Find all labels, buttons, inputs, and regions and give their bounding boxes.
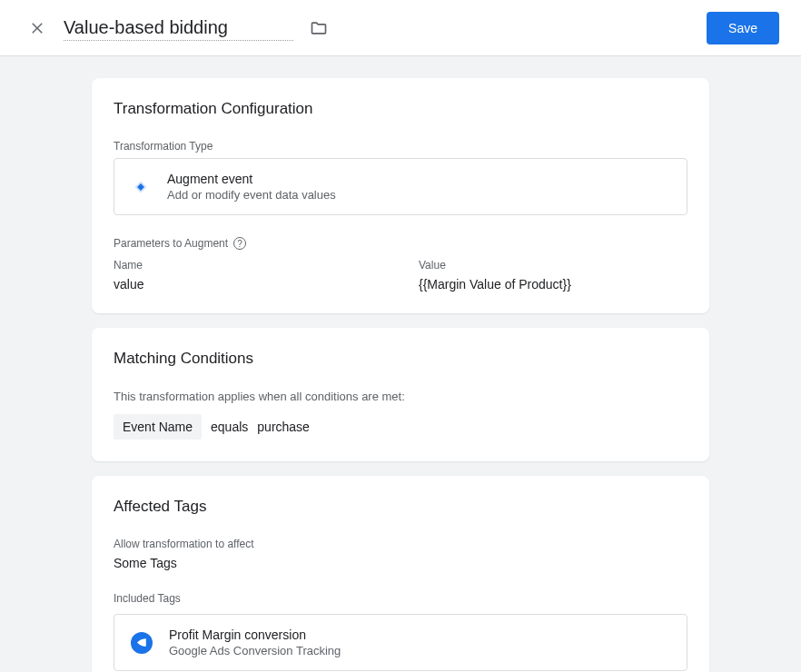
- page-header: Save: [0, 0, 801, 56]
- card-title: Matching Conditions: [114, 350, 687, 368]
- card-title: Transformation Configuration: [114, 100, 687, 118]
- param-name: value: [114, 277, 382, 292]
- transformation-config-card: Transformation Configuration Transformat…: [92, 78, 709, 313]
- params-label: Parameters to Augment: [114, 237, 228, 250]
- included-label: Included Tags: [114, 592, 687, 605]
- transformation-type-selector[interactable]: Augment event Add or modify event data v…: [114, 158, 687, 215]
- tag-name: Profit Margin conversion: [169, 628, 341, 642]
- name-header: Name: [114, 259, 382, 272]
- included-tag-row[interactable]: Profit Margin conversion Google Ads Conv…: [114, 614, 687, 671]
- title-input[interactable]: [64, 15, 293, 41]
- condition-description: This transformation applies when all con…: [114, 390, 687, 403]
- allow-value: Some Tags: [114, 556, 687, 570]
- tag-description: Google Ads Conversion Tracking: [169, 644, 341, 657]
- param-value: {{Margin Value of Product}}: [419, 277, 687, 292]
- folder-button[interactable]: [304, 14, 333, 43]
- type-description: Add or modify event data values: [167, 188, 336, 202]
- save-button[interactable]: Save: [707, 12, 779, 44]
- ads-tag-icon: [131, 632, 153, 654]
- condition-field-chip: Event Name: [114, 414, 202, 440]
- diamond-icon: [131, 177, 151, 197]
- help-icon[interactable]: ?: [233, 237, 246, 250]
- param-row: Name value Value {{Margin Value of Produ…: [114, 259, 687, 292]
- matching-conditions-card: Matching Conditions This transformation …: [92, 328, 709, 461]
- condition-operator: equals: [211, 420, 248, 434]
- condition-row: Event Name equals purchase: [114, 414, 687, 440]
- close-icon: [29, 20, 45, 36]
- folder-icon: [310, 19, 328, 37]
- allow-label: Allow transformation to affect: [114, 538, 687, 550]
- condition-value: purchase: [257, 420, 310, 434]
- affected-tags-card: Affected Tags Allow transformation to af…: [92, 476, 709, 672]
- type-label: Transformation Type: [114, 140, 687, 153]
- value-header: Value: [419, 259, 687, 272]
- close-button[interactable]: [22, 13, 53, 44]
- content-area: Transformation Configuration Transformat…: [0, 56, 801, 672]
- type-name: Augment event: [167, 172, 336, 186]
- card-title: Affected Tags: [114, 498, 687, 516]
